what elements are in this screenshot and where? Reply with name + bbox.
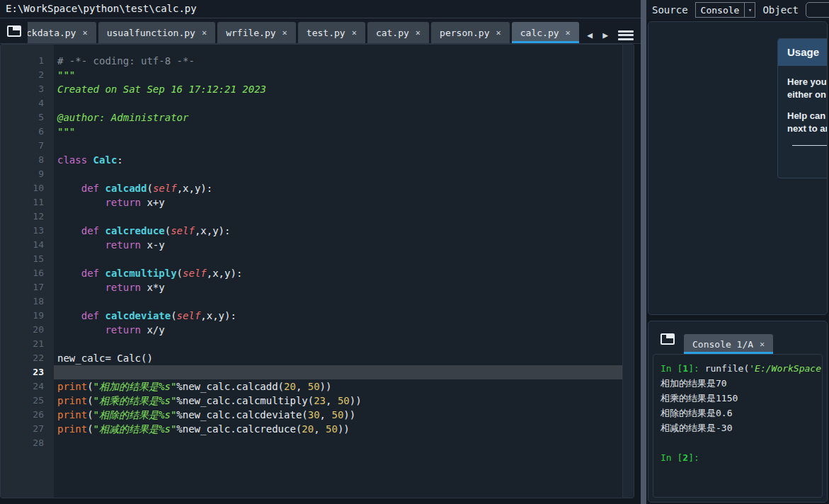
tab-test-py[interactable]: test.py✕	[298, 22, 365, 43]
code-line: Created on Sat Sep 16 17:12:21 2023	[54, 82, 622, 96]
console-output[interactable]: In [1]: runfile('E:/WorkSpace相加的结果是70相乘的…	[653, 354, 823, 498]
line-number: 11	[1, 195, 54, 210]
code-line: def calcmultiply(self,x,y):	[54, 266, 622, 280]
code-segment-plain: (	[171, 310, 176, 321]
prev-tab-arrow-icon[interactable]: ◀	[587, 30, 593, 40]
code-line: """	[54, 125, 622, 139]
code-segment-builtin: print	[57, 381, 87, 392]
usage-text-line: either on	[787, 88, 828, 101]
line-number: 4	[1, 96, 54, 110]
code-segment-plain: x+y	[141, 197, 165, 208]
code-line	[54, 436, 622, 450]
code-segment-kw: class	[57, 154, 87, 166]
code-segment-num: 50	[308, 381, 320, 392]
close-icon[interactable]: ✕	[352, 28, 357, 38]
line-number: 12	[1, 210, 54, 224]
line-number: 10	[1, 181, 54, 195]
browse-tabs-button[interactable]	[4, 21, 25, 42]
code-segment-str: "相加的结果是%s"	[93, 381, 177, 392]
next-tab-arrow-icon[interactable]: ▶	[602, 30, 608, 40]
help-panel: Usage Here youeither onHelp can anext to…	[648, 21, 828, 315]
code-segment-plain	[57, 183, 81, 194]
code-line	[54, 96, 622, 110]
code-line: print("相减的结果是%s"%new_calc.calcreduce(20,…	[54, 422, 622, 436]
code-area[interactable]: # -*- coding: utf-8 -*-"""Created on Sat…	[54, 45, 622, 498]
code-segment-kw: def	[81, 183, 99, 194]
code-segment-plain: ,x,y):	[200, 310, 236, 321]
line-number: 27	[1, 422, 54, 436]
code-segment-prompt: In [	[661, 363, 682, 374]
code-segment-plain	[57, 197, 105, 208]
line-number: 22	[1, 351, 54, 365]
code-segment-self: self	[153, 183, 177, 194]
code-segment-plain: ,	[320, 409, 332, 420]
help-toolbar: Source Console ▾ Object	[646, 0, 829, 20]
tab-ckdata-py[interactable]: ckdata.py✕	[28, 22, 96, 43]
line-number-gutter: 1234567891011121314151617181920212223242…	[1, 45, 54, 498]
options-menu-icon[interactable]	[618, 30, 634, 40]
tab-label: wrfile.py	[226, 28, 275, 38]
line-number: 25	[1, 394, 54, 408]
tab-calc-py[interactable]: calc.py✕	[512, 22, 579, 43]
tab-person-py[interactable]: person.py✕	[431, 22, 510, 43]
code-line: return x+y	[54, 195, 622, 210]
close-icon[interactable]: ✕	[566, 28, 571, 38]
line-number: 26	[1, 408, 54, 422]
code-segment-cplain: 相乘的结果是1150	[661, 393, 738, 403]
code-segment-cplain: 相加的结果是70	[661, 378, 727, 389]
code-segment-plain: x-y	[141, 239, 165, 251]
usage-card-title: Usage	[778, 39, 828, 66]
close-icon[interactable]: ✕	[202, 28, 207, 38]
close-icon[interactable]: ✕	[282, 28, 287, 38]
close-icon[interactable]: ✕	[760, 339, 765, 349]
console-line: In [2]:	[661, 450, 822, 465]
code-line: return x-y	[54, 238, 622, 252]
code-segment-comment: # -*- coding: utf-8 -*-	[57, 55, 195, 67]
usage-divider	[792, 145, 828, 146]
vertical-splitter[interactable]	[641, 0, 646, 504]
tab-wrfile-py[interactable]: wrfile.py✕	[217, 22, 296, 43]
console-line: In [1]: runfile('E:/WorkSpace	[661, 361, 822, 376]
horizontal-splitter[interactable]	[646, 315, 829, 321]
code-segment-kw: return	[105, 197, 141, 208]
console-browse-tabs-button[interactable]	[657, 328, 678, 350]
line-number: 19	[1, 309, 54, 323]
tab-usualfunction-py[interactable]: usualfunction.py✕	[98, 22, 215, 43]
pane-icon	[661, 333, 675, 345]
code-line	[54, 365, 622, 379]
code-line: return x*y	[54, 280, 622, 294]
usage-text-line: Help can a	[787, 110, 828, 122]
usage-card: Usage Here youeither onHelp can anext to…	[777, 38, 828, 178]
console-tab[interactable]: Console 1/A ✕	[684, 334, 773, 354]
code-segment-def: calcmultiply	[105, 268, 176, 279]
line-number: 24	[1, 379, 54, 394]
tab-cat-py[interactable]: cat.py✕	[367, 22, 429, 43]
code-segment-self: self	[171, 225, 195, 236]
code-segment-plain: :	[117, 154, 122, 166]
object-input[interactable]	[806, 2, 829, 18]
object-label: Object	[762, 4, 799, 16]
code-segment-num: 50	[338, 395, 350, 406]
usage-paragraphs: Here youeither onHelp can anext to an	[787, 76, 828, 135]
tab-label: person.py	[440, 28, 489, 38]
line-number: 17	[1, 280, 54, 294]
code-line: def calcadd(self,x,y):	[54, 181, 622, 195]
code-segment-plain	[57, 310, 81, 321]
close-icon[interactable]: ✕	[82, 28, 87, 38]
close-icon[interactable]: ✕	[496, 28, 501, 38]
editor-column: E:\WorkSpace\python\test\calc.py ckdata.…	[0, 0, 641, 504]
source-dropdown-value: Console	[696, 5, 745, 16]
console-line: 相加的结果是70	[661, 376, 822, 391]
line-number: 1	[1, 54, 54, 68]
code-segment-plain: %new_calc.calcadd(	[176, 381, 284, 392]
console-panel: Console 1/A ✕ In [1]: runfile('E:/WorkSp…	[648, 321, 828, 503]
code-editor[interactable]: 1234567891011121314151617181920212223242…	[0, 44, 634, 498]
code-segment-cplain: 相减的结果是-30	[661, 423, 732, 433]
code-segment-plain: ,x,y):	[177, 183, 213, 194]
code-segment-plain	[57, 239, 105, 251]
source-dropdown[interactable]: Console ▾	[695, 2, 756, 18]
code-line: """	[54, 68, 622, 82]
editor-scrollbar[interactable]	[622, 45, 634, 498]
close-icon[interactable]: ✕	[416, 28, 421, 38]
code-segment-self: self	[177, 310, 201, 321]
